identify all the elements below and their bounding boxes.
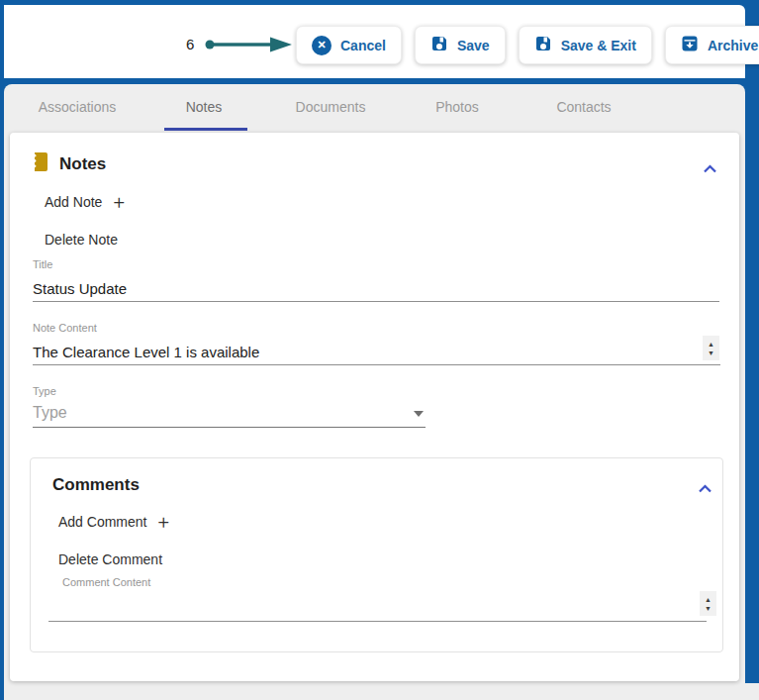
archive-box-icon bbox=[681, 35, 699, 55]
comments-card: Comments Add Comment ＋ Delete Comment Co… bbox=[30, 457, 723, 652]
tab-notes[interactable]: Notes bbox=[141, 84, 267, 131]
delete-note-button[interactable]: Delete Note bbox=[45, 232, 118, 248]
type-select[interactable]: Type bbox=[33, 404, 67, 422]
tab-associations[interactable]: Associations bbox=[14, 84, 141, 131]
stepper-down-icon: ▼ bbox=[708, 350, 714, 356]
tab-bar: Associations Notes Documents Photos Cont… bbox=[14, 84, 647, 131]
notes-collapse-chevron-up-icon[interactable] bbox=[703, 159, 717, 177]
comments-collapse-chevron-up-icon[interactable] bbox=[698, 479, 712, 497]
title-field-underline bbox=[33, 301, 719, 302]
cancel-circle-icon: ✕ bbox=[312, 36, 332, 55]
archive-button-label: Archive bbox=[708, 38, 758, 53]
notes-section-heading: Notes bbox=[59, 154, 106, 174]
add-note-button[interactable]: Add Note ＋ bbox=[45, 194, 128, 210]
type-dropdown-arrow-icon[interactable] bbox=[414, 411, 424, 417]
annotation-step-number: 6 bbox=[186, 36, 194, 52]
stepper-up-icon: ▲ bbox=[705, 596, 712, 603]
add-comment-label: Add Comment bbox=[58, 514, 146, 530]
add-note-label: Add Note bbox=[45, 194, 102, 210]
tab-documents[interactable]: Documents bbox=[267, 84, 394, 131]
top-toolbar: 6 ✕ Cancel Save bbox=[4, 5, 745, 78]
panel-footer-corner bbox=[745, 683, 759, 700]
note-content-field-input[interactable]: The Clearance Level 1 is available bbox=[33, 344, 259, 360]
save-floppy-icon bbox=[534, 35, 552, 55]
save-and-exit-button-label: Save & Exit bbox=[561, 38, 636, 53]
save-button-label: Save bbox=[457, 38, 490, 53]
app-window: { "window": { "frame_color": "#0f5da5", … bbox=[0, 0, 759, 700]
annotation-arrow-icon bbox=[204, 37, 293, 56]
type-field-underline bbox=[33, 427, 426, 428]
comment-content-field-label: Comment Content bbox=[62, 576, 150, 588]
type-field-label: Type bbox=[33, 385, 56, 397]
comment-content-scroll-stepper[interactable]: ▲ ▼ bbox=[700, 591, 716, 616]
save-button[interactable]: Save bbox=[415, 26, 506, 64]
tab-contacts[interactable]: Contacts bbox=[521, 84, 647, 131]
cancel-button-label: Cancel bbox=[340, 38, 386, 53]
main-panel: Associations Notes Documents Photos Cont… bbox=[4, 84, 745, 700]
comments-section-heading: Comments bbox=[52, 475, 140, 495]
delete-note-label: Delete Note bbox=[45, 232, 118, 248]
save-and-exit-button[interactable]: Save & Exit bbox=[519, 26, 652, 64]
title-field-label: Title bbox=[33, 258, 52, 270]
title-field-input[interactable]: Status Update bbox=[33, 280, 127, 297]
save-floppy-icon bbox=[430, 35, 448, 55]
plus-icon: ＋ bbox=[109, 195, 128, 209]
tab-photos[interactable]: Photos bbox=[394, 84, 521, 131]
notes-tab-content-card: Notes Add Note ＋ Delete Note Title Statu… bbox=[10, 133, 739, 681]
stepper-down-icon: ▼ bbox=[705, 605, 712, 612]
delete-comment-label: Delete Comment bbox=[58, 551, 162, 567]
archive-button[interactable]: Archive bbox=[665, 26, 759, 64]
stepper-up-icon: ▲ bbox=[708, 341, 714, 348]
delete-comment-button[interactable]: Delete Comment bbox=[58, 551, 162, 567]
toolbar-button-row: ✕ Cancel Save Save & Exit bbox=[296, 26, 759, 64]
notes-icon bbox=[32, 151, 48, 176]
active-tab-underline bbox=[164, 128, 247, 131]
add-comment-button[interactable]: Add Comment ＋ bbox=[58, 514, 172, 530]
note-content-field-underline bbox=[33, 364, 720, 365]
note-content-field-label: Note Content bbox=[33, 322, 97, 334]
cancel-button[interactable]: ✕ Cancel bbox=[296, 26, 402, 64]
note-content-scroll-stepper[interactable]: ▲ ▼ bbox=[703, 336, 719, 360]
comment-content-field-underline bbox=[48, 621, 707, 622]
plus-icon: ＋ bbox=[153, 515, 172, 529]
